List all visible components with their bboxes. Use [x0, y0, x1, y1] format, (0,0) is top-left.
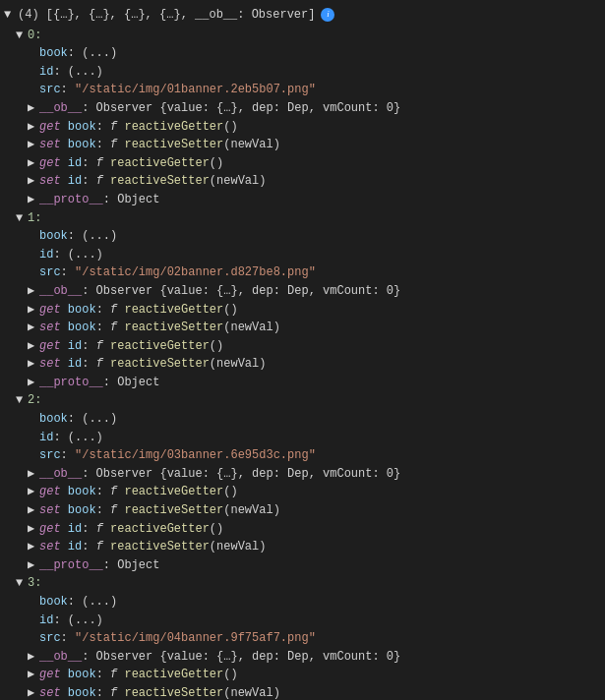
- item-2-get-book-toggle[interactable]: ▶: [28, 483, 39, 501]
- header-text: (4) [{…}, {…}, {…}, {…}, __ob__: Observe…: [18, 6, 315, 25]
- item-3-src: src: "/static/img/04banner.9f75af7.png": [0, 629, 605, 648]
- item-1-get-id[interactable]: ▶ get id: f reactiveGetter(): [0, 337, 605, 356]
- item-3-get-book-toggle[interactable]: ▶: [28, 666, 39, 684]
- item-0-set-book-toggle[interactable]: ▶: [28, 136, 39, 154]
- item-0-ob-toggle[interactable]: ▶: [28, 99, 39, 118]
- item-1-proto-toggle[interactable]: ▶: [28, 374, 39, 392]
- item-0-proto[interactable]: ▶ __proto__: Object: [0, 191, 605, 209]
- item-0-book: book: (...): [0, 44, 605, 63]
- item-0-header[interactable]: ▼ 0:: [0, 27, 605, 45]
- item-1-header[interactable]: ▼ 1:: [0, 209, 605, 228]
- item-3-set-book-toggle[interactable]: ▶: [28, 684, 39, 700]
- item-2-get-id[interactable]: ▶ get id: f reactiveGetter(): [0, 520, 605, 539]
- item-2-set-book-toggle[interactable]: ▶: [28, 501, 39, 520]
- item-3-header[interactable]: ▼ 3:: [0, 574, 605, 593]
- item-2-set-id-toggle[interactable]: ▶: [28, 538, 39, 556]
- header-line[interactable]: ▼ (4) [{…}, {…}, {…}, {…}, __ob__: Obser…: [0, 4, 605, 27]
- root-toggle[interactable]: ▼: [4, 6, 16, 25]
- item-0-id: id: (...): [0, 63, 605, 82]
- item-2-get-book[interactable]: ▶ get book: f reactiveGetter(): [0, 483, 605, 501]
- item-2-toggle[interactable]: ▼: [16, 391, 28, 410]
- item-1-set-book-toggle[interactable]: ▶: [28, 319, 39, 337]
- item-2-get-id-toggle[interactable]: ▶: [28, 520, 39, 539]
- item-1-proto[interactable]: ▶ __proto__: Object: [0, 374, 605, 392]
- item-1-set-id-toggle[interactable]: ▶: [28, 355, 39, 374]
- item-0-set-id-toggle[interactable]: ▶: [28, 172, 39, 191]
- item-1-book: book: (...): [0, 227, 605, 246]
- item-0-set-id[interactable]: ▶ set id: f reactiveSetter(newVal): [0, 172, 605, 191]
- item-3-get-book[interactable]: ▶ get book: f reactiveGetter(): [0, 666, 605, 684]
- item-0-index: 0:: [28, 27, 41, 45]
- item-1-ob-toggle[interactable]: ▶: [28, 282, 39, 301]
- item-2-ob-toggle[interactable]: ▶: [28, 465, 39, 484]
- item-1-toggle[interactable]: ▼: [16, 209, 28, 228]
- item-1-id: id: (...): [0, 246, 605, 264]
- item-0-get-id-toggle[interactable]: ▶: [28, 154, 39, 173]
- item-3-book: book: (...): [0, 593, 605, 612]
- item-3-ob[interactable]: ▶ __ob__: Observer {value: {…}, dep: Dep…: [0, 648, 605, 667]
- item-3-index: 3:: [28, 574, 41, 593]
- item-0-src: src: "/static/img/01banner.2eb5b07.png": [0, 81, 605, 99]
- item-3-ob-toggle[interactable]: ▶: [28, 648, 39, 667]
- item-1-set-id[interactable]: ▶ set id: f reactiveSetter(newVal): [0, 355, 605, 374]
- info-icon[interactable]: i: [321, 8, 334, 22]
- item-1-ob[interactable]: ▶ __ob__: Observer {value: {…}, dep: Dep…: [0, 282, 605, 301]
- item-1-get-id-toggle[interactable]: ▶: [28, 337, 39, 356]
- item-2-ob[interactable]: ▶ __ob__: Observer {value: {…}, dep: Dep…: [0, 465, 605, 484]
- item-0-proto-toggle[interactable]: ▶: [28, 191, 39, 209]
- item-1-get-book[interactable]: ▶ get book: f reactiveGetter(): [0, 301, 605, 320]
- item-1-get-book-toggle[interactable]: ▶: [28, 301, 39, 320]
- item-2-set-id[interactable]: ▶ set id: f reactiveSetter(newVal): [0, 538, 605, 556]
- item-2-proto-toggle[interactable]: ▶: [28, 556, 39, 575]
- item-3-toggle[interactable]: ▼: [16, 574, 28, 593]
- item-0-get-book-toggle[interactable]: ▶: [28, 118, 39, 137]
- item-2-proto[interactable]: ▶ __proto__: Object: [0, 556, 605, 575]
- item-2-set-book[interactable]: ▶ set book: f reactiveSetter(newVal): [0, 501, 605, 520]
- item-1-index: 1:: [28, 209, 41, 228]
- item-0-get-book[interactable]: ▶ get book: f reactiveGetter(): [0, 118, 605, 137]
- item-0-set-book[interactable]: ▶ set book: f reactiveSetter(newVal): [0, 136, 605, 154]
- item-3-set-book[interactable]: ▶ set book: f reactiveSetter(newVal): [0, 684, 605, 700]
- item-1-set-book[interactable]: ▶ set book: f reactiveSetter(newVal): [0, 319, 605, 337]
- item-0-get-id[interactable]: ▶ get id: f reactiveGetter(): [0, 154, 605, 173]
- console-output: ▼ (4) [{…}, {…}, {…}, {…}, __ob__: Obser…: [0, 0, 605, 700]
- item-2-index: 2:: [28, 391, 41, 410]
- item-1-src: src: "/static/img/02banner.d827be8.png": [0, 263, 605, 282]
- item-2-id: id: (...): [0, 429, 605, 447]
- item-0-ob[interactable]: ▶ __ob__: Observer {value: {…}, dep: Dep…: [0, 99, 605, 118]
- item-3-id: id: (...): [0, 612, 605, 630]
- item-2-header[interactable]: ▼ 2:: [0, 391, 605, 410]
- item-0-toggle[interactable]: ▼: [16, 27, 28, 45]
- item-2-book: book: (...): [0, 410, 605, 429]
- item-2-src: src: "/static/img/03banner.6e95d3c.png": [0, 446, 605, 465]
